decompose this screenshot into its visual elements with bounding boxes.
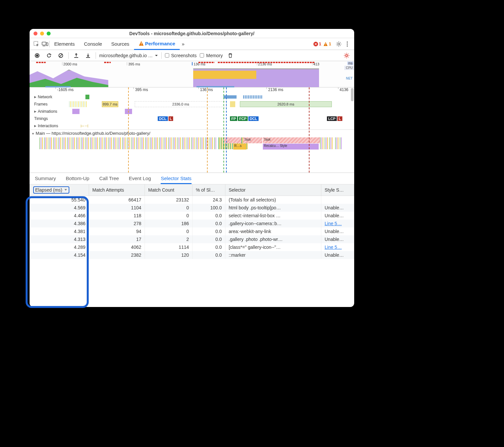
selector-stats-table: Elapsed (ms) Match Attempts Match Count … (30, 184, 354, 259)
cell-style: Unable… (321, 251, 354, 259)
tab-elements[interactable]: Elements (50, 38, 80, 50)
cell-style[interactable]: Line 5… (321, 220, 354, 227)
upload-icon[interactable] (72, 51, 80, 60)
chevron-right-icon: ▶ (34, 95, 36, 99)
table-row[interactable]: 4.46611800.0select:-internal-list-box …U… (30, 212, 354, 220)
perf-toolbar: microsoftedge.github.io … Screenshots Me… (30, 50, 354, 61)
table-row[interactable]: 4.289406211140.0[class*=" gallery-icon--… (30, 243, 354, 251)
titlebar: DevTools - microsoftedge.github.io/Demos… (30, 29, 354, 38)
tab-event-log[interactable]: Event Log (129, 176, 151, 181)
col-attempts[interactable]: Match Attempts (89, 184, 145, 196)
timing-l: L (169, 116, 173, 121)
tab-console[interactable]: Console (80, 38, 107, 50)
devtools-window: DevTools - microsoftedge.github.io/Demos… (30, 29, 354, 307)
flame-recalc-style[interactable]: Recalcu… Style (263, 144, 319, 150)
ruler-tick: 2136 ms (266, 87, 283, 89)
timing-lcp: LCP (327, 116, 337, 121)
cell-style: Unable… (321, 204, 354, 212)
main-thread-header[interactable]: ▼ Main — https://microsoftedge.github.io… (30, 129, 354, 137)
svg-point-12 (347, 45, 348, 46)
chevron-down-icon (155, 54, 158, 57)
svg-point-17 (346, 55, 348, 57)
track-animations[interactable]: ▶Animations (30, 108, 354, 115)
cell-slow: 0.0 (193, 235, 225, 243)
cell-style[interactable]: Line 5… (321, 243, 354, 251)
error-count-badge[interactable]: 1 (313, 41, 321, 46)
cell-elapsed: 4.313 (30, 235, 89, 243)
col-slow[interactable]: % of Sl… (193, 184, 225, 196)
track-interactions[interactable]: ▶Interactions ⊢⊣ (30, 122, 354, 129)
cell-style: Unable… (321, 227, 354, 235)
table-row[interactable]: 4.3862781860.0.gallery-icon--camera::b…L… (30, 220, 354, 227)
svg-point-9 (338, 43, 340, 45)
table-row[interactable]: 4.15423821200.0::markerUnable… (30, 251, 354, 259)
chevron-down-icon: ▼ (32, 132, 34, 135)
cell-attempts: 1104 (89, 204, 145, 212)
settings-icon[interactable] (334, 40, 343, 48)
col-style[interactable]: Style S… (321, 184, 354, 196)
kebab-icon[interactable] (343, 40, 352, 48)
table-row[interactable]: 4.3131720.0.gallery .photo .photo-wr…Una… (30, 235, 354, 243)
timing-fp: FP (230, 116, 237, 121)
cell-slow: 0.0 (193, 251, 225, 259)
cell-elapsed: 4.381 (30, 227, 89, 235)
cell-selector: select:-internal-list-box … (225, 212, 321, 220)
cell-count: 0 (145, 227, 193, 235)
col-elapsed[interactable]: Elapsed (ms) (30, 184, 89, 196)
cell-attempts: 278 (89, 220, 145, 227)
tab-call-tree[interactable]: Call Tree (99, 176, 119, 181)
reload-icon[interactable] (45, 51, 53, 60)
overview-minimap[interactable]: 2000 ms 395 ms 136 ms 2136 ms 413 ms CPU… (30, 61, 354, 87)
cell-selector: .gallery-icon--camera::b… (225, 220, 321, 227)
scrollbar[interactable] (351, 88, 354, 101)
svg-rect-2 (43, 46, 45, 46)
perf-settings-icon[interactable] (342, 51, 351, 60)
cell-elapsed: 4.466 (30, 212, 89, 220)
cell-style: Unable… (321, 235, 354, 243)
chevron-right-icon: ▶ (34, 124, 36, 128)
device-icon[interactable] (41, 40, 49, 48)
tab-performance[interactable]: Performance (134, 38, 180, 50)
tab-sources[interactable]: Sources (107, 38, 134, 50)
more-tabs-button[interactable]: » (180, 38, 186, 50)
flame-chart[interactable]: -1605 ms 395 ms 136 ms 2136 ms 4136 ▶Net… (30, 87, 354, 173)
cell-count: 23132 (145, 196, 193, 204)
table-row[interactable]: 4.56911040100.0html body .ps-tooltip[po…… (30, 204, 354, 212)
svg-rect-7 (325, 43, 326, 44)
cell-slow: 0.0 (193, 243, 225, 251)
timing-l: L (337, 116, 342, 121)
warning-count-badge[interactable]: 1 (323, 41, 331, 46)
origin-dropdown[interactable]: microsoftedge.github.io … (99, 53, 158, 58)
cell-selector: area:-webkit-any-link (225, 227, 321, 235)
table-row[interactable]: 55.540664172313224.3(Totals for all sele… (30, 196, 354, 204)
flame-task[interactable]: Task (263, 137, 325, 143)
overview-tick: 395 ms (127, 62, 140, 65)
tab-bottom-up[interactable]: Bottom-Up (66, 176, 89, 181)
trash-icon[interactable] (226, 51, 235, 60)
inspect-icon[interactable] (32, 40, 41, 48)
tab-summary[interactable]: Summary (35, 176, 56, 181)
download-icon[interactable] (84, 51, 92, 60)
cell-slow: 24.3 (193, 196, 225, 204)
cell-slow: 0.0 (193, 220, 225, 227)
memory-checkbox[interactable]: Memory (200, 53, 223, 58)
flame-task[interactable]: Task (243, 137, 262, 143)
svg-point-10 (347, 41, 348, 42)
svg-rect-8 (325, 45, 326, 45)
col-selector[interactable]: Selector (225, 184, 321, 196)
track-network[interactable]: ▶Network (30, 93, 354, 101)
screenshots-checkbox[interactable]: Screenshots (165, 53, 197, 58)
cell-count: 1114 (145, 243, 193, 251)
track-frames[interactable]: Frames 899.7 ms 899.7 ms 2336.0 ms 2620.… (30, 101, 354, 108)
flame-entry[interactable]: R…s (233, 144, 246, 150)
overview-unit: ms (347, 61, 354, 65)
clear-icon[interactable] (57, 51, 65, 60)
tab-selector-stats[interactable]: Selector Stats (161, 176, 191, 184)
chevron-right-icon: ▶ (34, 110, 36, 113)
col-count[interactable]: Match Count (145, 184, 193, 196)
track-timings[interactable]: Timings DCLL FPFCPDCL LCPL (30, 115, 354, 122)
svg-rect-3 (46, 43, 48, 46)
record-icon[interactable] (33, 51, 41, 60)
cell-slow: 0.0 (193, 212, 225, 220)
table-row[interactable]: 4.3819400.0area:-webkit-any-linkUnable… (30, 227, 354, 235)
